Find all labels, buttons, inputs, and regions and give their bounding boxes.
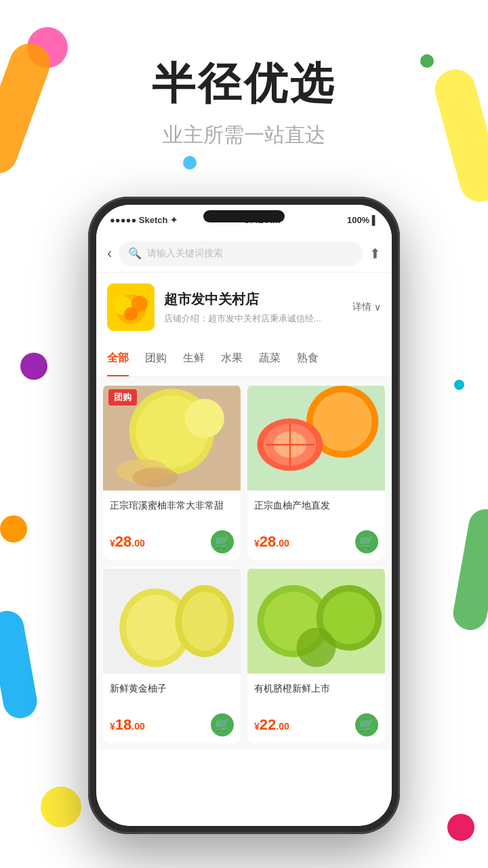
- product-info: 正宗琯溪蜜柚非常大非常甜 ¥28.00 🛒: [103, 492, 241, 560]
- phone-notch: [203, 210, 285, 222]
- product-info: 新鲜黄金柚子 ¥18.00 🛒: [103, 675, 241, 743]
- tab-fresh[interactable]: 生鲜: [183, 342, 205, 376]
- phone-mockup: ●●●●● Sketch ✦ 9:41 AM 100% ▌ ‹ 🔍 请输入关键词…: [88, 197, 400, 834]
- currency-symbol: ¥: [110, 538, 115, 549]
- tab-cooked[interactable]: 熟食: [297, 342, 319, 376]
- price-decimal: .00: [131, 538, 144, 549]
- product-image: 团购: [103, 384, 241, 492]
- deco-blob-4: [41, 787, 81, 827]
- product-name: 新鲜黄金柚子: [110, 682, 234, 708]
- add-to-cart-button[interactable]: 🛒: [211, 530, 234, 553]
- currency-symbol: ¥: [254, 721, 260, 732]
- status-app-name: ●●●●● Sketch ✦: [110, 215, 178, 225]
- share-button[interactable]: ⬆: [369, 245, 381, 262]
- svg-point-29: [297, 628, 336, 667]
- phone-screen: ●●●●● Sketch ✦ 9:41 AM 100% ▌ ‹ 🔍 请输入关键词…: [96, 205, 392, 826]
- price-decimal: .00: [276, 721, 289, 732]
- product-price-row: ¥28.00 🛒: [254, 530, 378, 553]
- store-name: 超市发中关村店: [164, 290, 343, 309]
- product-price-row: ¥22.00 🛒: [254, 713, 378, 736]
- tab-group[interactable]: 团购: [145, 342, 167, 376]
- tab-veg[interactable]: 蔬菜: [259, 342, 281, 376]
- product-image: [247, 384, 385, 492]
- product-price-row: ¥28.00 🛒: [110, 530, 234, 553]
- product-name: 正宗血柚产地直发: [254, 499, 378, 525]
- product-badge: 团购: [108, 389, 137, 406]
- store-info: 超市发中关村店 店铺介绍：超市发中关村店秉承诚信经...: [164, 290, 343, 325]
- tab-fruit[interactable]: 水果: [221, 342, 243, 376]
- product-price: ¥28.00: [110, 533, 145, 551]
- store-detail-button[interactable]: 详情 ∨: [352, 301, 381, 313]
- deco-blob-7: [454, 380, 464, 390]
- sub-title: 业主所需一站直达: [0, 121, 488, 149]
- search-bar[interactable]: 🔍 请输入关键词搜索: [119, 241, 363, 266]
- product-info: 正宗血柚产地直发 ¥28.00 🛒: [247, 492, 385, 560]
- deco-blob-3: [0, 515, 27, 542]
- main-title: 半径优选: [0, 54, 488, 113]
- product-image: [247, 567, 385, 675]
- price-decimal: .00: [131, 721, 144, 732]
- back-button[interactable]: ‹: [107, 245, 112, 262]
- add-to-cart-button[interactable]: 🛒: [355, 713, 378, 736]
- product-price: ¥18.00: [110, 716, 145, 734]
- add-to-cart-button[interactable]: 🛒: [211, 713, 234, 736]
- store-avatar: [107, 283, 155, 331]
- product-grid: 团购 正宗琯溪蜜柚非常大非常甜 ¥28.00 🛒 正宗血柚产地直发: [96, 377, 392, 750]
- product-name: 正宗琯溪蜜柚非常大非常甜: [110, 499, 234, 525]
- chevron-down-icon: ∨: [374, 302, 381, 313]
- product-card: 正宗血柚产地直发 ¥28.00 🛒: [247, 384, 385, 560]
- product-name: 有机脐橙新鲜上市: [254, 682, 378, 708]
- deco-blob-5: [447, 814, 474, 841]
- category-tabs: 全部团购生鲜水果蔬菜熟食: [96, 342, 392, 377]
- phone-shell: ●●●●● Sketch ✦ 9:41 AM 100% ▌ ‹ 🔍 请输入关键词…: [88, 197, 400, 834]
- price-decimal: .00: [276, 538, 289, 549]
- product-info: 有机脐橙新鲜上市 ¥22.00 🛒: [247, 675, 385, 743]
- title-area: 半径优选 业主所需一站直达: [0, 54, 488, 149]
- svg-point-23: [182, 592, 228, 651]
- currency-symbol: ¥: [254, 538, 260, 549]
- currency-symbol: ¥: [110, 721, 115, 732]
- search-icon: 🔍: [128, 247, 142, 260]
- product-price: ¥22.00: [254, 716, 289, 734]
- store-description: 店铺介绍：超市发中关村店秉承诚信经...: [164, 313, 343, 325]
- status-right: 100% ▌: [347, 215, 378, 225]
- svg-point-10: [185, 399, 224, 438]
- tab-all[interactable]: 全部: [107, 342, 129, 376]
- product-price: ¥28.00: [254, 533, 289, 551]
- product-card: 团购 正宗琯溪蜜柚非常大非常甜 ¥28.00 🛒: [103, 384, 241, 560]
- svg-point-9: [133, 468, 179, 488]
- detail-label: 详情: [352, 301, 371, 313]
- product-card: 有机脐橙新鲜上市 ¥22.00 🛒: [247, 567, 385, 743]
- search-placeholder-text: 请输入关键词搜索: [147, 248, 223, 260]
- deco-blob-2: [183, 156, 197, 170]
- deco-blob-1: [20, 353, 47, 380]
- svg-point-4: [124, 307, 138, 321]
- product-card: 新鲜黄金柚子 ¥18.00 🛒: [103, 567, 241, 743]
- product-image: [103, 567, 241, 675]
- add-to-cart-button[interactable]: 🛒: [355, 530, 378, 553]
- store-header: 超市发中关村店 店铺介绍：超市发中关村店秉承诚信经... 详情 ∨: [96, 273, 392, 342]
- product-price-row: ¥18.00 🛒: [110, 713, 234, 736]
- nav-bar: ‹ 🔍 请输入关键词搜索 ⬆: [96, 235, 392, 273]
